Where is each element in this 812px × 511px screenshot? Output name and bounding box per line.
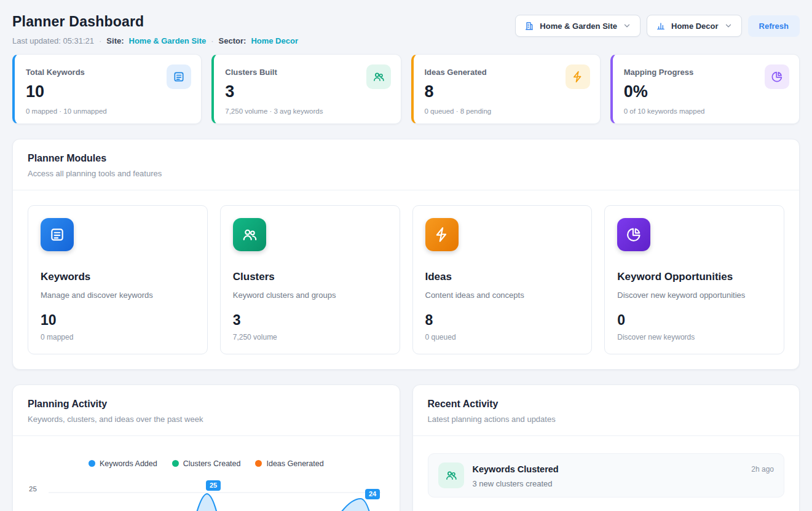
module-sub: 0 mapped bbox=[41, 333, 195, 341]
page-header: Planner Dashboard Last updated: 05:31:21… bbox=[12, 10, 800, 45]
activity-title: Keywords Clustered bbox=[473, 464, 743, 474]
chart-legend: Keywords Added Clusters Created Ideas Ge… bbox=[28, 459, 385, 468]
site-link[interactable]: Home & Garden Site bbox=[129, 36, 207, 45]
planner-modules-panel: Planner Modules Access all planning tool… bbox=[12, 139, 800, 370]
data-point-badge: 25 bbox=[206, 480, 221, 491]
module-card-ideas[interactable]: Ideas Content ideas and concepts 8 0 que… bbox=[412, 205, 593, 354]
module-card-keywords[interactable]: Keywords Manage and discover keywords 10… bbox=[28, 205, 208, 354]
document-icon bbox=[167, 64, 191, 89]
planning-activity-chart: Keywords Added Clusters Created Ideas Ge… bbox=[13, 436, 400, 511]
stat-card-mapping-progress: Mapping Progress 0% 0 of 10 keywords map… bbox=[610, 54, 800, 124]
stat-value: 0% bbox=[624, 82, 788, 101]
module-sub: Discover new keywords bbox=[617, 333, 771, 341]
sector-link[interactable]: Home Decor bbox=[251, 36, 298, 45]
legend-label: Ideas Generated bbox=[266, 459, 323, 468]
stat-value: 3 bbox=[225, 82, 389, 101]
sector-label: Sector: bbox=[219, 36, 246, 45]
legend-dot-orange bbox=[255, 460, 262, 467]
users-icon bbox=[438, 462, 464, 488]
legend-dot-blue bbox=[89, 460, 95, 467]
site-selector-label: Home & Garden Site bbox=[540, 21, 617, 31]
users-icon bbox=[233, 218, 266, 251]
module-value: 3 bbox=[233, 301, 387, 329]
stat-detail: 7,250 volume · 3 avg keywords bbox=[225, 107, 389, 115]
recent-activity-list: Keywords Clustered 3 new clusters create… bbox=[413, 436, 800, 511]
stat-label: Mapping Progress bbox=[624, 65, 788, 77]
stat-label: Clusters Built bbox=[225, 65, 389, 77]
stat-detail: 0 queued · 8 pending bbox=[425, 107, 589, 115]
planning-activity-header: Planning Activity Keywords, clusters, an… bbox=[13, 385, 400, 435]
module-description: Manage and discover keywords bbox=[41, 290, 195, 301]
stat-detail: 0 mapped · 10 unmapped bbox=[26, 107, 190, 115]
header-meta: Last updated: 05:31:21 · Site: Home & Ga… bbox=[12, 36, 298, 45]
legend-dot-green bbox=[172, 460, 179, 467]
module-value: 8 bbox=[425, 301, 580, 329]
chevron-down-icon bbox=[724, 21, 733, 30]
module-title: Ideas bbox=[425, 271, 580, 283]
header-controls: Home & Garden Site Home Decor Refresh bbox=[515, 10, 800, 37]
y-axis-tick-label: 25 bbox=[29, 485, 37, 493]
pie-chart-icon bbox=[617, 218, 650, 251]
planner-dashboard-page: Planner Dashboard Last updated: 05:31:21… bbox=[0, 0, 812, 511]
stat-label: Ideas Generated bbox=[425, 65, 589, 77]
stat-value: 10 bbox=[26, 82, 190, 101]
module-title: Keywords bbox=[41, 271, 195, 283]
module-card-clusters[interactable]: Clusters Keyword clusters and groups 3 7… bbox=[220, 205, 400, 354]
stat-card-ideas-generated: Ideas Generated 8 0 queued · 8 pending bbox=[411, 54, 601, 124]
legend-item-clusters-created[interactable]: Clusters Created bbox=[172, 459, 241, 468]
section-title: Planner Modules bbox=[28, 153, 784, 164]
module-card-keyword-opportunities[interactable]: Keyword Opportunities Discover new keywo… bbox=[604, 205, 784, 354]
activity-timestamp: 2h ago bbox=[751, 462, 774, 488]
modules-grid: Keywords Manage and discover keywords 10… bbox=[13, 190, 799, 369]
legend-item-keywords-added[interactable]: Keywords Added bbox=[89, 459, 157, 468]
module-sub: 0 queued bbox=[425, 333, 580, 341]
stat-card-total-keywords: Total Keywords 10 0 mapped · 10 unmapped bbox=[12, 54, 202, 124]
module-title: Keyword Opportunities bbox=[617, 271, 771, 283]
chevron-down-icon bbox=[623, 21, 631, 30]
stats-row: Total Keywords 10 0 mapped · 10 unmapped… bbox=[12, 54, 800, 124]
stat-value: 8 bbox=[425, 82, 589, 101]
planner-modules-header: Planner Modules Access all planning tool… bbox=[13, 139, 799, 190]
page-title: Planner Dashboard bbox=[12, 10, 298, 30]
sector-selector-button[interactable]: Home Decor bbox=[647, 15, 742, 37]
activity-item-body: Keywords Clustered 3 new clusters create… bbox=[473, 462, 743, 488]
stat-card-clusters-built: Clusters Built 3 7,250 volume · 3 avg ke… bbox=[211, 54, 401, 124]
card-title: Recent Activity bbox=[428, 399, 785, 410]
module-description: Content ideas and concepts bbox=[425, 290, 580, 301]
lightning-icon bbox=[425, 218, 459, 251]
separator-dot: · bbox=[211, 36, 213, 45]
module-sub: 7,250 volume bbox=[233, 333, 387, 341]
card-title: Planning Activity bbox=[28, 399, 385, 410]
planning-activity-card: Planning Activity Keywords, clusters, an… bbox=[12, 384, 400, 511]
pie-chart-icon bbox=[765, 64, 789, 89]
chart-plot-area: 25 25 24 bbox=[28, 477, 385, 511]
card-subtitle: Keywords, clusters, and ideas over the p… bbox=[28, 415, 385, 424]
recent-activity-header: Recent Activity Latest planning actions … bbox=[413, 385, 800, 435]
site-label: Site: bbox=[106, 36, 124, 45]
header-left: Planner Dashboard Last updated: 05:31:21… bbox=[12, 10, 298, 45]
card-subtitle: Latest planning actions and updates bbox=[428, 415, 785, 424]
stat-label: Total Keywords bbox=[26, 65, 190, 77]
users-icon bbox=[366, 64, 391, 89]
module-value: 0 bbox=[617, 301, 771, 329]
recent-activity-card: Recent Activity Latest planning actions … bbox=[412, 384, 800, 511]
refresh-button[interactable]: Refresh bbox=[748, 15, 800, 37]
stat-detail: 0 of 10 keywords mapped bbox=[624, 107, 788, 115]
building-icon bbox=[524, 21, 534, 31]
bottom-row: Planning Activity Keywords, clusters, an… bbox=[12, 384, 800, 511]
lightning-icon bbox=[566, 64, 590, 89]
legend-label: Keywords Added bbox=[100, 459, 157, 468]
legend-item-ideas-generated[interactable]: Ideas Generated bbox=[255, 459, 323, 468]
legend-label: Clusters Created bbox=[183, 459, 241, 468]
module-value: 10 bbox=[41, 301, 195, 329]
section-subtitle: Access all planning tools and features bbox=[28, 169, 784, 178]
last-updated-text: Last updated: 05:31:21 bbox=[12, 36, 94, 45]
site-selector-button[interactable]: Home & Garden Site bbox=[515, 15, 641, 37]
module-description: Discover new keyword opportunities bbox=[617, 290, 771, 301]
activity-item-keywords-clustered[interactable]: Keywords Clustered 3 new clusters create… bbox=[428, 453, 785, 497]
activity-description: 3 new clusters created bbox=[473, 479, 743, 488]
sector-selector-label: Home Decor bbox=[671, 21, 719, 31]
data-point-badge: 24 bbox=[365, 489, 380, 499]
module-title: Clusters bbox=[233, 271, 387, 283]
bar-chart-icon bbox=[656, 21, 666, 31]
